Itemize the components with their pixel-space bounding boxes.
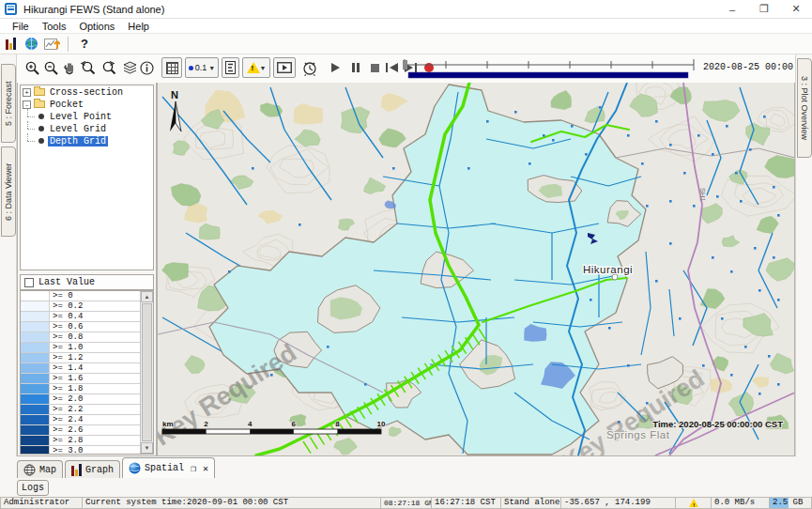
zoom-previous-icon[interactable] [79,57,98,78]
legend-label: >= 0.6 [50,322,140,332]
tree-item-depth-grid[interactable]: Depth Grid [21,135,153,147]
help-button[interactable]: ? [74,35,95,54]
node-bullet-icon [38,138,44,144]
status-warning[interactable]: ! [676,497,712,509]
tab-data-viewer[interactable]: 6 : Data Viewer [1,147,16,237]
selected-tree-label: Depth Grid [48,136,108,147]
zoom-out-icon[interactable] [41,57,60,78]
tab-forecast[interactable]: 5 : Forecast [1,64,16,143]
scroll-down-icon[interactable]: ▼ [141,442,153,454]
logs-button[interactable]: Logs [17,480,49,496]
map-time-stamp: Time: 2020-08-25 00:00:00 CST [652,419,783,429]
menu-help[interactable]: Help [121,21,156,32]
tree-item-cross-section[interactable]: + Cross-section [21,86,153,98]
play-button[interactable] [327,57,344,78]
right-tab-strip: 3 : Plot Overview [795,54,812,456]
legend-row: >= 0.6 [21,322,140,332]
svg-text:6: 6 [292,420,297,428]
svg-text:10: 10 [377,420,386,428]
filter-panel: + Cross-section - Pocket Level Point Lev… [17,83,157,456]
last-value-label: Last Value [38,277,95,287]
legend-row: >= 1.6 [21,374,140,384]
filters-tree: + Cross-section - Pocket Level Point Lev… [20,85,154,270]
minimize-button[interactable]: – [716,0,748,18]
legend-row: >= 2.6 [21,425,140,436]
tab-maximize-icon[interactable]: ❐ [191,463,196,474]
play-icon [331,63,340,72]
contour-scale-dropdown[interactable]: 0.1 ▼ [185,57,219,78]
grid-display-button[interactable] [161,57,182,78]
legend-row: >= 1.2 [21,353,140,363]
legend-swatch [21,343,50,352]
pan-hand-icon[interactable] [60,57,79,78]
animation-button[interactable] [273,57,296,78]
maximize-button[interactable]: ❐ [748,0,780,18]
node-bullet-icon [38,114,44,119]
warnings-dropdown[interactable]: ! ▼ [242,57,270,78]
close-button[interactable]: ✕ [780,0,812,18]
legend-label: >= 0.8 [50,332,140,342]
globe-icon[interactable] [21,35,41,54]
time-span-bar [408,72,688,78]
tab-spatial[interactable]: Spatial ❐ ✕ [122,457,215,478]
legend-swatch [21,425,50,435]
legend-row: >= 2.0 [21,394,140,405]
tab-close-icon[interactable]: ✕ [203,463,208,474]
legend-label: >= 0 [50,291,140,301]
svg-text:8: 8 [335,420,340,428]
legend-swatch [21,312,50,321]
tree-item-pocket[interactable]: - Pocket [21,99,153,110]
legend-label: >= 2.0 [50,394,140,404]
app-window: Hikurangi FEWS (Stand alone) – ❐ ✕ File … [0,0,812,509]
layers-icon[interactable] [120,57,139,78]
warning-icon: ! [247,62,260,73]
info-icon[interactable] [137,57,156,78]
legend-label: >= 3.0 [50,446,140,455]
town-label: Hikurangi [583,264,633,275]
status-memory[interactable]: 2.5 GB [770,497,812,509]
legend-swatch [21,363,50,373]
legend-swatch [21,301,50,311]
contour-scale-value: 0.1 [195,63,207,72]
stop-button[interactable] [366,57,383,78]
legend-swatch [21,394,50,404]
status-mode: Stand alone [501,497,561,509]
pause-button[interactable] [347,57,364,78]
tree-item-level-point[interactable]: Level Point [21,111,153,122]
tab-map[interactable]: Map [17,460,63,478]
time-slider[interactable] [401,57,697,80]
legend-swatch [21,374,50,383]
legend-scrollbar[interactable]: ▲ ▼ [140,291,153,454]
legend-label: >= 0.4 [50,312,140,321]
time-settings-icon[interactable] [300,57,319,78]
map-toolbar: 0.1 ▼ ! ▼ [17,54,795,83]
zoom-next-icon[interactable] [100,57,118,78]
legend-swatch [21,322,50,332]
map-canvas[interactable]: API Key Required API Key Required SH1 Hi… [157,83,795,456]
scroll-thumb[interactable] [142,303,152,441]
legend-row: >= 1.4 [21,363,140,374]
skip-to-start-button[interactable] [383,57,400,78]
menu-options[interactable]: Options [72,21,121,32]
expand-icon[interactable]: + [23,88,31,97]
last-value-checkbox[interactable] [24,278,34,287]
warning-icon: ! [689,499,698,507]
app-icon [5,3,17,15]
node-bullet-icon [38,126,44,131]
slider-handle [403,60,407,69]
collapse-icon[interactable]: - [23,100,31,109]
tree-item-level-grid[interactable]: Level Grid [21,123,153,134]
zoom-in-icon[interactable] [23,57,41,78]
folder-icon [34,88,45,96]
explorer-icon[interactable] [0,35,21,54]
legend-swatch [21,446,50,455]
legend-toggle-button[interactable] [222,57,239,78]
legend-row: >= 0.4 [21,312,140,322]
tab-graph[interactable]: Graph [65,460,120,478]
scroll-up-icon[interactable]: ▲ [141,291,153,302]
toolbar-separator [68,37,69,52]
timeseries-dialog-icon[interactable] [41,35,62,54]
menu-file[interactable]: File [6,21,36,32]
tab-plot-overview[interactable]: 3 : Plot Overview [797,58,812,158]
menu-tools[interactable]: Tools [36,21,73,32]
